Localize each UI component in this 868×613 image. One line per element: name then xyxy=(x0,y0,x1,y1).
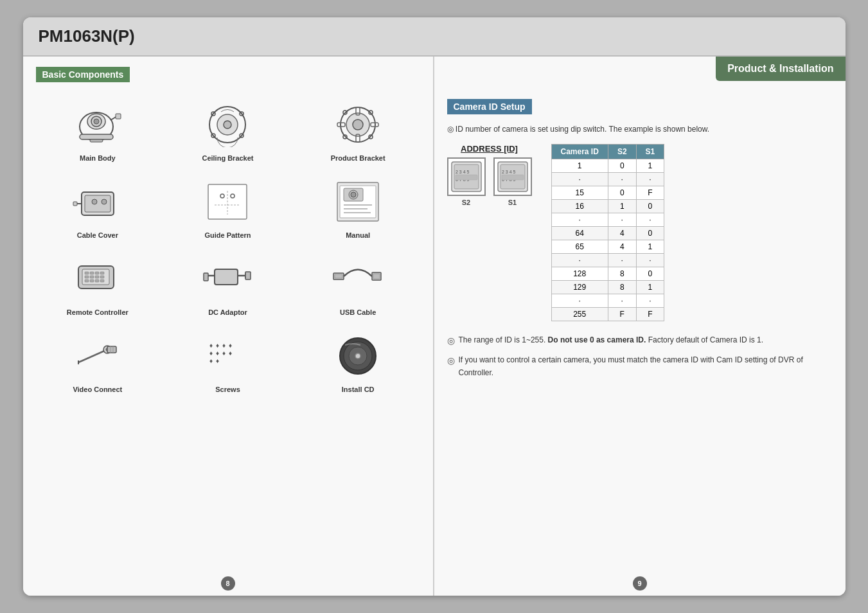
table-header-row: Camera ID S2 S1 xyxy=(551,145,664,159)
left-panel: Basic Components xyxy=(23,57,434,596)
usb-cable-icon xyxy=(332,256,384,301)
dip-switch-s2: 2 3 4 5 6 7 8 9 xyxy=(447,157,486,196)
main-body-icon-container xyxy=(66,99,130,150)
video-connect-icon xyxy=(72,333,123,378)
svg-point-90 xyxy=(355,353,360,359)
table-cell: 0 xyxy=(608,186,636,200)
table-cell: 0 xyxy=(636,200,664,213)
camera-id-header: Camera ID Setup xyxy=(447,99,532,114)
ceiling-bracket-icon-container xyxy=(195,99,260,150)
table-cell: 0 xyxy=(608,159,636,173)
note-bullet-1: ◎ xyxy=(447,333,455,348)
svg-rect-47 xyxy=(85,272,89,274)
svg-point-3 xyxy=(94,119,99,124)
component-remote-controller: Remote Controller xyxy=(36,249,160,320)
note-item-2: ◎ If you want to control a certain camer… xyxy=(447,354,833,378)
table-row: 12880 xyxy=(551,267,664,281)
component-video-connect: Video Connect xyxy=(36,326,160,397)
component-dc-adaptor: DC Adaptor xyxy=(166,249,290,320)
basic-components-header: Basic Components xyxy=(36,67,130,82)
svg-text:♦: ♦ xyxy=(229,342,232,349)
table-body: 101···150F1610···64406541···1288012981··… xyxy=(551,159,664,321)
table-cell: · xyxy=(608,254,636,267)
svg-rect-31 xyxy=(73,202,77,206)
svg-text:♦: ♦ xyxy=(222,342,226,349)
table-cell: 0 xyxy=(636,267,664,281)
id-table: Camera ID S2 S1 101···150F1610···6440654… xyxy=(551,144,665,321)
svg-rect-51 xyxy=(85,276,89,278)
svg-rect-27 xyxy=(85,195,111,212)
table-row: 6440 xyxy=(551,227,664,240)
table-row: ··· xyxy=(551,173,664,186)
camera-id-section: Camera ID Setup ◎ ID number of camera is… xyxy=(447,99,833,379)
component-install-cd: Install CD xyxy=(296,326,420,397)
svg-rect-62 xyxy=(204,273,208,281)
table-cell: 128 xyxy=(551,267,608,281)
component-screws: ♦ ♦ ♦ ♦ ♦ ♦ ♦ ♦ ♦ ♦ xyxy=(166,326,290,397)
left-page-number: 8 xyxy=(221,576,235,591)
svg-rect-4 xyxy=(80,134,113,139)
svg-text:2 3 4 5: 2 3 4 5 xyxy=(502,170,516,174)
table-row: ··· xyxy=(551,213,664,227)
components-grid: Main Body xyxy=(36,95,420,397)
table-cell: 64 xyxy=(551,227,608,240)
svg-rect-50 xyxy=(100,272,104,274)
th-s2: S2 xyxy=(608,145,636,159)
svg-point-10 xyxy=(224,121,231,129)
component-main-body: Main Body xyxy=(36,95,160,166)
note-bold-1: Do not use 0 as camera ID. xyxy=(548,335,646,344)
dip-switches: 2 3 4 5 6 7 8 9 S2 xyxy=(447,157,532,206)
dc-adaptor-icon-container xyxy=(195,253,260,305)
usb-cable-icon-container xyxy=(326,253,390,305)
table-cell: 4 xyxy=(608,227,636,240)
table-row: 255FF xyxy=(551,308,664,321)
guide-pattern-icon xyxy=(202,179,253,224)
ceiling-bracket-label: Ceiling Bracket xyxy=(202,154,253,162)
table-cell: 4 xyxy=(608,240,636,254)
table-cell: · xyxy=(608,213,636,227)
video-connect-label: Video Connect xyxy=(73,386,122,393)
manual-label: Manual xyxy=(346,231,370,239)
table-row: 101 xyxy=(551,159,664,173)
svg-rect-65 xyxy=(245,272,251,280)
product-bracket-icon xyxy=(332,102,384,147)
dip-switch-s1: 2 3 4 5 6 7 8 9 xyxy=(493,157,532,196)
video-connect-icon-container xyxy=(66,330,130,382)
dc-adaptor-label: DC Adaptor xyxy=(208,308,247,316)
svg-text:♦: ♦ xyxy=(216,350,219,357)
guide-pattern-icon-container xyxy=(195,176,260,227)
svg-text:♦: ♦ xyxy=(209,350,213,357)
svg-text:♦: ♦ xyxy=(216,357,219,364)
product-installation-badge: Product & Installation xyxy=(716,57,845,81)
screws-label: Screws xyxy=(215,386,240,393)
th-s1: S1 xyxy=(636,145,664,159)
svg-text:♦: ♦ xyxy=(216,342,219,349)
cable-cover-label: Cable Cover xyxy=(77,231,118,239)
model-title: PM1063N(P) xyxy=(39,26,135,46)
dip-switch-s2-icon: 2 3 4 5 6 7 8 9 xyxy=(450,161,483,193)
table-cell: 65 xyxy=(551,240,608,254)
install-cd-label: Install CD xyxy=(342,386,375,393)
svg-rect-7 xyxy=(116,114,121,119)
address-diagram: ADDRESS [ID] 2 3 4 5 6 7 8 9 xyxy=(447,144,532,321)
ceiling-bracket-icon xyxy=(202,102,253,147)
table-cell: · xyxy=(551,254,608,267)
table-row: 150F xyxy=(551,186,664,200)
install-cd-icon-container xyxy=(326,330,390,382)
guide-pattern-label: Guide Pattern xyxy=(204,231,251,239)
component-cable-cover: Cable Cover xyxy=(36,172,160,243)
id-table-container: Camera ID S2 S1 101···150F1610···6440654… xyxy=(551,144,665,321)
notes-section: ◎ The range of ID is 1~255. Do not use 0… xyxy=(447,334,833,379)
table-cell: · xyxy=(636,294,664,308)
cable-cover-icon xyxy=(72,179,123,224)
top-bar: PM1063N(P) xyxy=(23,17,846,57)
svg-text:♦: ♦ xyxy=(209,357,213,364)
table-cell: 1 xyxy=(636,159,664,173)
screws-icon-container: ♦ ♦ ♦ ♦ ♦ ♦ ♦ ♦ ♦ ♦ xyxy=(195,330,260,382)
cable-cover-icon-container xyxy=(66,176,130,227)
svg-rect-53 xyxy=(95,276,99,278)
main-body-label: Main Body xyxy=(80,154,116,162)
product-bracket-label: Product Bracket xyxy=(331,154,385,162)
table-cell: 16 xyxy=(551,200,608,213)
svg-rect-100 xyxy=(502,175,524,180)
